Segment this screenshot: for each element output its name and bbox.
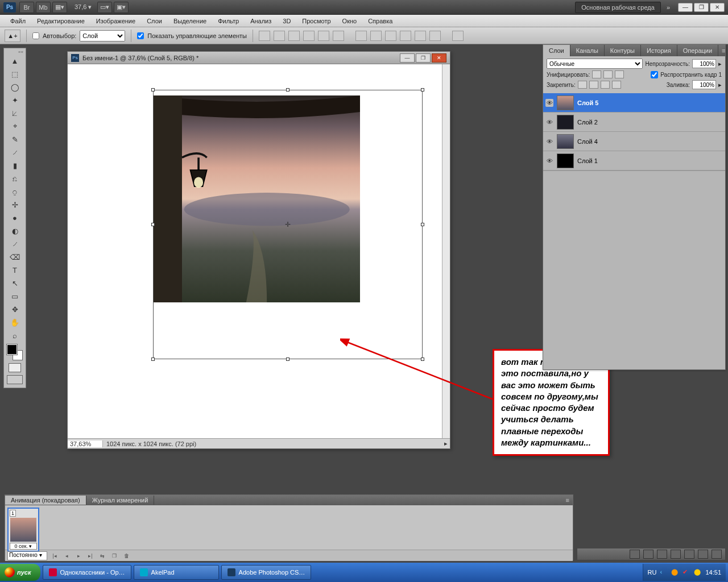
strip-icon[interactable]: [712, 550, 722, 559]
strip-icon[interactable]: [643, 550, 653, 559]
lasso-tool[interactable]: ◯: [7, 81, 23, 93]
dodge-tool[interactable]: ◐: [7, 225, 23, 237]
taskbar-item[interactable]: AkelPad: [134, 565, 219, 580]
dup-frame-button[interactable]: ❐: [110, 552, 119, 560]
history-brush-tool[interactable]: ⎌: [7, 172, 23, 185]
menu-analyze[interactable]: Анализ: [245, 18, 277, 24]
tray-icon[interactable]: ⬤: [671, 568, 679, 576]
tween-button[interactable]: ⇆: [98, 552, 107, 560]
menu-layers[interactable]: Слои: [141, 18, 168, 24]
screenmode-toggle[interactable]: [7, 375, 23, 384]
transform-center-icon[interactable]: ✛: [284, 221, 291, 228]
tab-animation[interactable]: Анимация (покадровая): [5, 496, 86, 505]
crop-tool[interactable]: ⟀: [7, 107, 23, 119]
show-controls-checkbox[interactable]: [137, 32, 144, 39]
marquee-tool[interactable]: ⬚: [7, 68, 23, 80]
status-menu-icon[interactable]: ▸: [444, 440, 450, 447]
anim-frame[interactable]: 1 0 сек. ▾: [7, 508, 39, 552]
pen-tool[interactable]: ⟋: [7, 238, 23, 250]
anim-menu-icon[interactable]: ≡: [562, 497, 573, 504]
clock[interactable]: 14:51: [705, 569, 721, 576]
tab-history[interactable]: История: [641, 45, 677, 56]
tab-actions[interactable]: Операции: [677, 45, 718, 56]
first-frame-button[interactable]: |◂: [50, 552, 59, 560]
lock-btn[interactable]: [578, 81, 587, 89]
screen-button[interactable]: ▣▾: [114, 2, 129, 13]
menu-help[interactable]: Справка: [362, 18, 398, 24]
transform-bounds[interactable]: ✛: [153, 90, 423, 359]
unify-btn[interactable]: [592, 70, 601, 78]
fill-input[interactable]: [692, 80, 716, 89]
distribute-btn[interactable]: [400, 31, 411, 41]
strip-icon[interactable]: [657, 550, 667, 559]
opacity-arrow-icon[interactable]: ▸: [718, 60, 722, 68]
view-button[interactable]: ▦▾: [52, 2, 67, 13]
visibility-icon[interactable]: 👁: [545, 157, 553, 165]
autoselect-dropdown[interactable]: Слой: [80, 30, 125, 41]
opacity-input[interactable]: [692, 59, 716, 68]
heal-tool[interactable]: ✎: [7, 133, 23, 146]
strip-icon[interactable]: [630, 550, 640, 559]
tab-paths[interactable]: Контуры: [605, 45, 641, 56]
fill-arrow-icon[interactable]: ▸: [718, 81, 722, 89]
taskbar-item[interactable]: Adobe Photoshop CS…: [221, 565, 312, 580]
layer-row[interactable]: 👁 Слой 5: [543, 93, 725, 113]
visibility-icon[interactable]: 👁: [545, 99, 553, 107]
layer-name[interactable]: Слой 5: [577, 99, 598, 106]
tab-channels[interactable]: Каналы: [570, 45, 605, 56]
status-zoom[interactable]: 37,63%: [68, 440, 103, 447]
distribute-btn[interactable]: [385, 31, 396, 41]
workspace-more-icon[interactable]: »: [663, 3, 673, 12]
align-btn[interactable]: [288, 31, 300, 41]
loop-select[interactable]: Постоянно ▾: [7, 551, 47, 560]
3d-cam-tool[interactable]: ✥: [7, 303, 23, 315]
hand-tool[interactable]: ✋: [7, 316, 23, 329]
start-button[interactable]: пуск: [0, 564, 40, 581]
transform-handle[interactable]: [421, 223, 424, 226]
lock-btn[interactable]: [612, 81, 621, 89]
transform-handle[interactable]: [421, 88, 424, 92]
frame-delay[interactable]: 0 сек. ▾: [10, 543, 37, 550]
tray-icon[interactable]: ⬤: [694, 568, 702, 576]
3d-tool[interactable]: ▭: [7, 290, 23, 302]
zoom-indicator[interactable]: 37,6 ▾: [75, 3, 92, 11]
path-tool[interactable]: T: [7, 264, 23, 276]
strip-icon[interactable]: [698, 550, 708, 559]
align-btn[interactable]: [318, 31, 329, 41]
menu-select[interactable]: Выделение: [168, 18, 212, 24]
quickmask-toggle[interactable]: [9, 363, 21, 372]
mb-button[interactable]: Mb: [36, 2, 51, 13]
type-tool[interactable]: ⌫: [7, 251, 23, 263]
align-btn[interactable]: [303, 31, 315, 41]
app-maximize-button[interactable]: ❐: [694, 3, 709, 12]
stamp-tool[interactable]: ▮: [7, 159, 23, 172]
propagate-checkbox[interactable]: [651, 71, 658, 78]
lock-btn[interactable]: [589, 81, 598, 89]
align-btn[interactable]: [259, 31, 270, 41]
menu-image[interactable]: Изображение: [90, 18, 141, 24]
app-close-button[interactable]: ✕: [710, 3, 725, 12]
auto-align-btn[interactable]: [452, 31, 464, 41]
visibility-icon[interactable]: 👁: [545, 138, 553, 146]
align-btn[interactable]: [274, 31, 285, 41]
menu-view[interactable]: Просмотр: [296, 18, 336, 24]
wand-tool[interactable]: ✦: [7, 94, 23, 106]
lang-indicator[interactable]: RU: [648, 569, 657, 576]
distribute-btn[interactable]: [355, 31, 367, 41]
transform-handle[interactable]: [286, 357, 289, 361]
zoom-tool[interactable]: ⌕: [7, 329, 23, 342]
arrange-button[interactable]: ▭▾: [97, 2, 112, 13]
document-titlebar[interactable]: Ps Без имени-1 @ 37,6% (Слой 5, RGB/8) *…: [68, 52, 450, 64]
doc-maximize-button[interactable]: ❐: [416, 53, 431, 63]
workspace-selector[interactable]: Основная рабочая среда: [575, 2, 661, 13]
menu-filter[interactable]: Фильтр: [212, 18, 245, 24]
layer-row[interactable]: 👁 Слой 1: [543, 151, 725, 171]
prev-frame-button[interactable]: ◂: [62, 552, 71, 560]
layer-name[interactable]: Слой 4: [577, 138, 598, 145]
del-frame-button[interactable]: 🗑: [122, 552, 131, 560]
transform-handle[interactable]: [151, 223, 155, 226]
eraser-tool[interactable]: ⍜: [7, 185, 23, 198]
eyedropper-tool[interactable]: ⌖: [7, 120, 23, 132]
shape-tool[interactable]: ↖: [7, 277, 23, 289]
doc-scrollbar[interactable]: [442, 64, 450, 438]
